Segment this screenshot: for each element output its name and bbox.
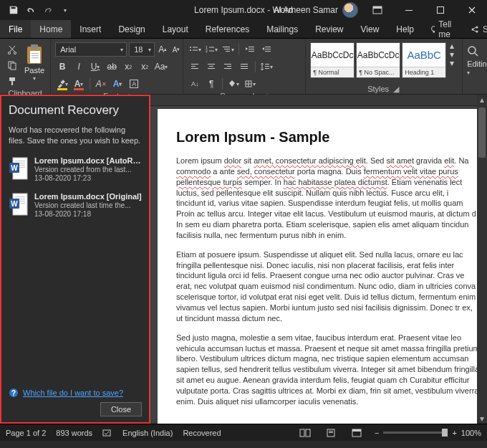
increase-indent-icon[interactable] <box>259 42 274 57</box>
ruler[interactable] <box>150 95 487 106</box>
sort-icon[interactable]: A↓ <box>188 77 202 91</box>
bold-icon[interactable]: B <box>55 59 69 74</box>
align-center-icon[interactable] <box>204 59 218 74</box>
tab-design[interactable]: Design <box>110 20 153 38</box>
svg-rect-46 <box>227 66 231 67</box>
qat-customize-icon[interactable]: ▾ <box>57 2 73 18</box>
status-bar: Page 1 of 2 893 words English (India) Re… <box>0 424 487 441</box>
tell-me[interactable]: Tell me <box>423 20 462 38</box>
web-layout-icon[interactable] <box>349 426 365 439</box>
minimize-icon[interactable] <box>397 0 421 20</box>
font-name-combo[interactable]: Arial▾ <box>55 42 127 57</box>
read-mode-icon[interactable] <box>297 426 313 439</box>
recovery-title: Document Recovery <box>9 103 142 118</box>
zoom-out-icon[interactable]: − <box>375 429 379 437</box>
recovery-help-link[interactable]: Which file do I want to save? <box>23 389 123 397</box>
show-marks-icon[interactable]: ¶ <box>204 77 218 91</box>
zoom-in-icon[interactable]: + <box>452 429 456 437</box>
scroll-up-icon[interactable]: ▴ <box>477 95 487 105</box>
clear-formatting-icon[interactable]: A✕ <box>94 77 108 91</box>
tab-review[interactable]: Review <box>307 20 352 38</box>
tab-home[interactable]: Home <box>31 20 71 38</box>
shading-icon[interactable]: ▾ <box>226 77 241 91</box>
borders-icon[interactable]: ▾ <box>243 77 257 91</box>
superscript-icon[interactable]: x2 <box>138 59 152 74</box>
italic-icon[interactable]: I <box>72 59 86 74</box>
tab-file[interactable]: File <box>0 20 31 38</box>
bullets-icon[interactable]: ▾ <box>188 42 202 57</box>
grow-font-icon[interactable]: A▴ <box>157 42 168 57</box>
svg-rect-49 <box>241 66 248 67</box>
recovery-item-title: Lorem Ipsum.docx [AutoRe... <box>34 156 142 165</box>
change-case-icon[interactable]: Aa▾ <box>154 59 168 74</box>
align-right-icon[interactable] <box>221 59 235 74</box>
tab-help[interactable]: Help <box>387 20 423 38</box>
tab-mailings[interactable]: Mailings <box>258 20 307 38</box>
maximize-icon[interactable] <box>428 0 453 20</box>
recovery-item[interactable]: W Lorem Ipsum.docx [AutoRe... Version cr… <box>9 156 142 182</box>
shrink-font-icon[interactable]: A▾ <box>170 42 182 57</box>
vertical-scrollbar[interactable]: ▴ ▾ <box>477 95 487 424</box>
underline-icon[interactable]: U▾ <box>88 59 102 74</box>
chevron-up-icon[interactable]: ▴ <box>448 42 456 49</box>
document-page[interactable]: Lorem Ipsum - Sample Lorem ipsum dolor s… <box>158 109 487 424</box>
character-border-icon[interactable]: A <box>127 77 141 91</box>
svg-rect-41 <box>191 68 198 69</box>
font-color-icon[interactable]: A▾ <box>72 77 86 91</box>
multilevel-list-icon[interactable]: ▾ <box>221 42 235 57</box>
font-size-combo[interactable]: 18▾ <box>129 42 155 57</box>
scroll-thumb[interactable] <box>478 108 486 158</box>
tab-view[interactable]: View <box>352 20 388 38</box>
dialog-launcher-icon[interactable]: ◢ <box>392 85 400 93</box>
redo-icon[interactable] <box>40 2 56 18</box>
paste-button[interactable]: Paste ▾ <box>23 42 46 82</box>
doc-paragraph: Etiam at posuere ipsum. Suspendisse ut a… <box>176 249 480 324</box>
quick-access-toolbar: ▾ <box>6 2 73 18</box>
recovery-item[interactable]: W Lorem Ipsum.docx [Original] Version cr… <box>9 192 142 218</box>
line-spacing-icon[interactable]: ▾ <box>259 59 274 74</box>
zoom-value[interactable]: 100% <box>461 429 481 437</box>
align-left-icon[interactable] <box>188 59 202 74</box>
status-words[interactable]: 893 words <box>56 429 92 437</box>
save-icon[interactable] <box>6 2 21 18</box>
styles-group-label: Styles <box>367 85 389 93</box>
style-heading1[interactable]: AaBbC Heading 1 <box>402 42 446 78</box>
share-button[interactable]: Share <box>462 20 487 38</box>
justify-icon[interactable] <box>237 59 251 74</box>
numbering-icon[interactable]: 12▾ <box>204 42 218 57</box>
status-page[interactable]: Page 1 of 2 <box>6 429 46 437</box>
tab-insert[interactable]: Insert <box>71 20 110 38</box>
editing-button[interactable]: Editing ▾ <box>467 41 487 92</box>
tab-layout[interactable]: Layout <box>154 20 197 38</box>
style-no-spacing[interactable]: AaBbCcDc ¶ No Spac... <box>356 42 400 78</box>
svg-rect-30 <box>223 47 230 47</box>
decrease-indent-icon[interactable] <box>243 42 257 57</box>
strikethrough-icon[interactable]: ab <box>105 59 119 74</box>
format-painter-icon[interactable] <box>4 74 20 88</box>
subscript-icon[interactable]: x2 <box>121 59 135 74</box>
undo-icon[interactable] <box>23 2 39 18</box>
style-preview: AaBbCcDc <box>357 43 400 67</box>
zoom-slider[interactable] <box>383 432 448 434</box>
close-icon[interactable] <box>460 0 484 20</box>
title-bar: ▾ Lorem Ipsum.docx - Word Al Ameen Samar <box>0 0 487 20</box>
cut-icon[interactable] <box>4 42 20 57</box>
status-language[interactable]: English (India) <box>122 429 173 437</box>
style-normal[interactable]: AaBbCcDc ¶ Normal <box>310 42 355 78</box>
recovery-close-button[interactable]: Close <box>100 402 142 416</box>
svg-point-57 <box>468 47 476 54</box>
tab-references[interactable]: References <box>197 20 258 38</box>
chevron-down-icon[interactable]: ▾ <box>448 51 456 58</box>
svg-rect-21 <box>61 80 65 84</box>
copy-icon[interactable] <box>4 58 20 72</box>
scroll-down-icon[interactable]: ▾ <box>477 414 487 424</box>
more-icon[interactable]: ▾ <box>448 59 456 67</box>
highlight-icon[interactable]: ▾ <box>55 77 69 91</box>
ribbon-options-icon[interactable] <box>365 0 390 20</box>
styles-gallery-more[interactable]: ▴ ▾ ▾ <box>448 42 458 68</box>
proofing-icon[interactable] <box>102 429 112 437</box>
zoom-slider-thumb[interactable] <box>442 429 448 437</box>
print-layout-icon[interactable] <box>323 426 339 439</box>
text-effects-icon[interactable]: A▾ <box>110 77 125 91</box>
svg-rect-29 <box>209 51 214 52</box>
